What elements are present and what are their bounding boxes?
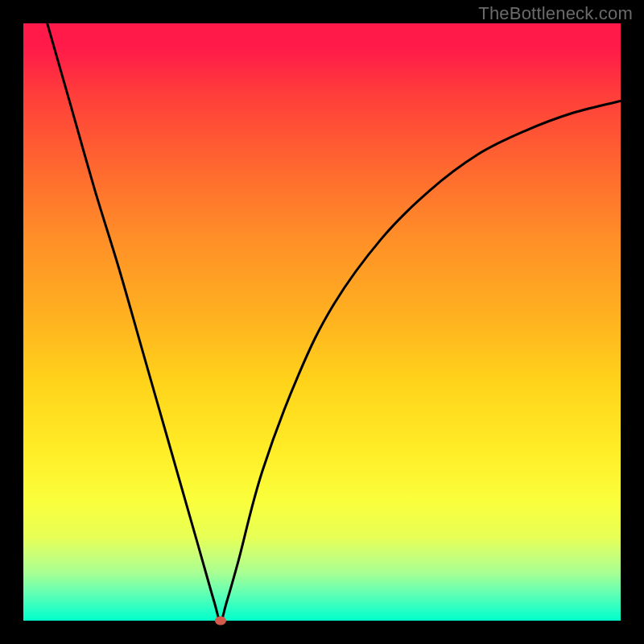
- curve-svg: [23, 23, 621, 621]
- minimum-marker: [215, 617, 226, 625]
- bottleneck-curve: [47, 23, 621, 621]
- figure-frame: TheBottleneck.com: [0, 0, 644, 644]
- plot-area: [23, 23, 621, 621]
- watermark-text: TheBottleneck.com: [478, 3, 633, 24]
